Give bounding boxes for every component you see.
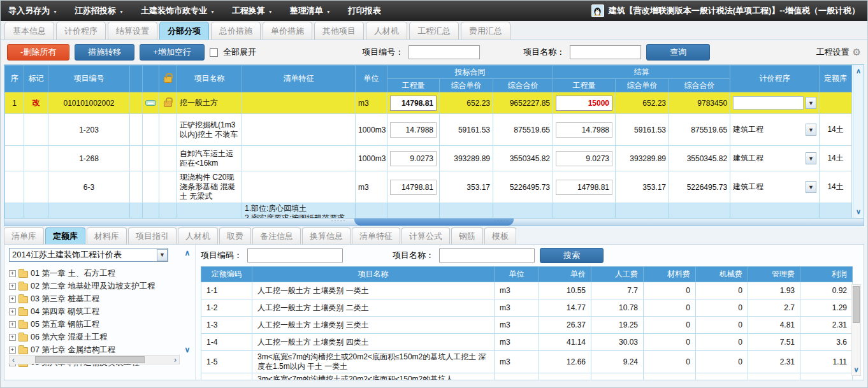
menu-jiangsu-bidding[interactable]: 江苏招投标 ▼	[75, 5, 124, 17]
tab-labor-material-machine[interactable]: 人材机	[366, 22, 407, 40]
tab-formwork[interactable]: 模板	[484, 227, 516, 244]
tab-sub-items[interactable]: 分部分项	[159, 22, 209, 40]
tab-cost-summary[interactable]: 费用汇总	[461, 22, 510, 40]
tree-item-chapter-1[interactable]: +01 第一章 土、石方工程	[9, 267, 194, 280]
bid-qty-input[interactable]: 14.7988	[390, 122, 437, 138]
project-settings[interactable]: 工程设置 ⚙	[816, 47, 861, 58]
scroll-left-icon[interactable]: ‹	[10, 356, 17, 364]
expand-all-checkbox[interactable]	[210, 48, 218, 57]
tab-remark-info[interactable]: 备注信息	[252, 227, 301, 244]
add-blank-row-button[interactable]: +增加空行	[140, 44, 205, 61]
tab-calc-formula[interactable]: 计算公式	[401, 227, 450, 244]
tree-item-chapter-2[interactable]: +02 第二章 地基处理及边坡支护工程	[9, 280, 194, 292]
dropdown-icon[interactable]: ▼	[806, 152, 816, 164]
scroll-down-icon[interactable]: ∨	[185, 345, 191, 354]
tab-total-price-measures[interactable]: 总价措施	[211, 22, 261, 40]
bid-qty-input[interactable]: 14798.81	[390, 96, 437, 111]
expand-plus-icon[interactable]: +	[9, 334, 16, 341]
pricing-select-value[interactable]: 建筑工程	[733, 182, 763, 192]
scroll-up-icon[interactable]: ∧	[856, 67, 861, 75]
boq-row[interactable]: 6-3 现浇构件 C20现浇条形基础 混凝土 无梁式 m3 14798.81 3…	[5, 171, 852, 203]
bid-qty-input[interactable]: 14798.81	[390, 180, 437, 195]
tab-other-items[interactable]: 其他项目	[314, 22, 364, 40]
tree-horizontal-scrollbar[interactable]: ‹ ›	[9, 355, 180, 364]
tree-item-chapter-5[interactable]: +05 第五章 钢筋工程	[9, 318, 194, 331]
quota-row[interactable]: 1-3 人工挖一般土方 土壤类别 三类土 m3 26.37 19.25 0 0 …	[201, 317, 853, 334]
tab-conversion-info[interactable]: 换算信息	[302, 227, 351, 244]
dropdown-icon[interactable]: ▼	[806, 97, 816, 109]
settle-qty-input[interactable]: 9.0273	[556, 151, 612, 166]
dropdown-icon[interactable]: ▼	[806, 181, 816, 193]
scrollbar-thumb[interactable]	[35, 356, 145, 363]
menu-project-conversion[interactable]: 工程换算 ▼	[232, 5, 273, 17]
expand-plus-icon[interactable]: +	[9, 308, 16, 315]
tab-project-summary[interactable]: 工程汇总	[409, 22, 459, 40]
menu-import-saveas[interactable]: 导入另存为 ▼	[8, 5, 57, 17]
boq-row-selected[interactable]: 1 改 010101002002 挖一般土方 m3 14798.81 652.2…	[5, 92, 852, 114]
tree-item-chapter-3[interactable]: +03 第三章 桩基工程	[9, 292, 194, 305]
quota-row[interactable]: 1-4 人工挖一般土方 土壤类别 四类土 m3 41.14 30.03 0 0 …	[201, 334, 853, 351]
scroll-down-icon[interactable]: ∨	[856, 208, 861, 216]
boq-row[interactable]: 1-268 自卸汽车运土运距在<16km 1000m3 9.0273 39328…	[5, 146, 852, 171]
cell-lock[interactable]	[159, 92, 177, 114]
tab-pricing-program[interactable]: 计价程序	[56, 22, 106, 40]
tab-unit-price-measures[interactable]: 单价措施	[263, 22, 312, 40]
boq-row-partial[interactable]: 1.部位:房心回填土 2.密实度要求:按图纸规范要求	[5, 203, 852, 219]
measure-transfer-button[interactable]: 措施转移	[75, 44, 134, 61]
quota-row[interactable]: 1-5 3m<底宽≤7m的沟槽挖土或20m2<底面积≤150m2的基坑人工挖土 …	[201, 351, 853, 373]
tab-item-guide[interactable]: 项目指引	[128, 227, 177, 244]
search-button[interactable]: 搜索	[540, 248, 604, 263]
tab-rebar[interactable]: 钢筋	[451, 227, 483, 244]
pricing-select-value[interactable]	[733, 96, 804, 110]
tree-item-chapter-6[interactable]: +06 第六章 混凝土工程	[9, 331, 194, 343]
tab-settlement-settings[interactable]: 结算设置	[108, 22, 157, 40]
tab-quota-library[interactable]: 定额库	[45, 227, 85, 244]
scroll-right-icon[interactable]: ›	[171, 356, 179, 364]
quota-row[interactable]: 1-2 人工挖一般土方 土壤类别 二类土 m3 14.77 10.78 0 0 …	[201, 299, 853, 317]
tab-basic-info[interactable]: 基本信息	[4, 22, 54, 40]
scroll-down-icon[interactable]: ∨	[853, 366, 858, 374]
expand-plus-icon[interactable]: +	[9, 270, 16, 277]
tree-item-chapter-4[interactable]: +04 第四章 砌筑工程	[9, 305, 194, 318]
tab-labor-material-machine[interactable]: 人材机	[178, 227, 218, 244]
menu-organize-list[interactable]: 整理清单 ▼	[290, 5, 331, 17]
expand-plus-icon[interactable]: +	[9, 321, 16, 328]
splitter-collapse-handle[interactable]	[354, 219, 514, 226]
library-select[interactable]: 2014江苏土建装饰工程计价表 ▼	[9, 248, 168, 262]
scroll-up-icon[interactable]: ∧	[185, 248, 191, 257]
scrollbar-thumb[interactable]	[853, 286, 860, 323]
tab-fee[interactable]: 取费	[219, 227, 251, 244]
panel-splitter[interactable]: ····· ·····	[4, 219, 864, 226]
tab-material-library[interactable]: 材料库	[87, 227, 127, 244]
item-name-input[interactable]	[570, 45, 641, 59]
tree-vertical-scrollbar[interactable]: ∧ ∨	[182, 248, 192, 354]
quota-row-partial[interactable]: 3m<底宽≤7m的沟槽挖土或20m2<底面积≤150m2的基坑人	[201, 373, 853, 380]
expand-plus-icon[interactable]: +	[9, 283, 16, 290]
menu-print-report[interactable]: 打印报表	[348, 5, 381, 17]
expand-plus-icon[interactable]: +	[9, 347, 16, 354]
tab-list-feature[interactable]: 清单特征	[352, 227, 400, 244]
tab-list-library[interactable]: 清单库	[4, 227, 44, 244]
quota-row[interactable]: 1-1 人工挖一般土方 土壤类别 一类土 m3 10.55 7.7 0 0 1.…	[201, 282, 853, 299]
pricing-select-value[interactable]: 建筑工程	[733, 124, 763, 135]
boq-row[interactable]: 1-203 正铲挖掘机(1m3以内)挖土 不装车 1000m3 14.7988 …	[5, 114, 852, 146]
dropdown-icon[interactable]: ▼	[806, 124, 816, 136]
tree-item-chapter-7[interactable]: +07 第七章 金属结构工程	[9, 343, 194, 356]
settle-qty-input[interactable]: 15000	[556, 96, 612, 111]
dropdown-icon[interactable]: ▼	[157, 249, 168, 261]
delete-all-button[interactable]: -删除所有	[7, 44, 69, 61]
quota-name-input[interactable]	[439, 248, 535, 262]
cell-collapse[interactable]	[143, 92, 159, 114]
settle-qty-input[interactable]: 14798.81	[556, 180, 612, 195]
bid-qty-input[interactable]: 9.0273	[390, 151, 437, 166]
expand-plus-icon[interactable]: +	[9, 296, 16, 303]
item-code-input[interactable]	[409, 45, 480, 59]
collapse-icon[interactable]	[145, 100, 156, 106]
query-button[interactable]: 查询	[646, 44, 710, 61]
settle-qty-input[interactable]: 14.7988	[556, 122, 612, 138]
pricing-select-value[interactable]: 建筑工程	[733, 153, 763, 164]
menu-civil-decoration-municipal[interactable]: 土建装饰市政专业 ▼	[141, 5, 215, 17]
grid-vertical-scrollbar[interactable]: ∧ ∨	[853, 65, 864, 218]
quota-table-vertical-scrollbar[interactable]: ∨	[851, 284, 861, 376]
quota-code-input[interactable]	[247, 248, 343, 262]
